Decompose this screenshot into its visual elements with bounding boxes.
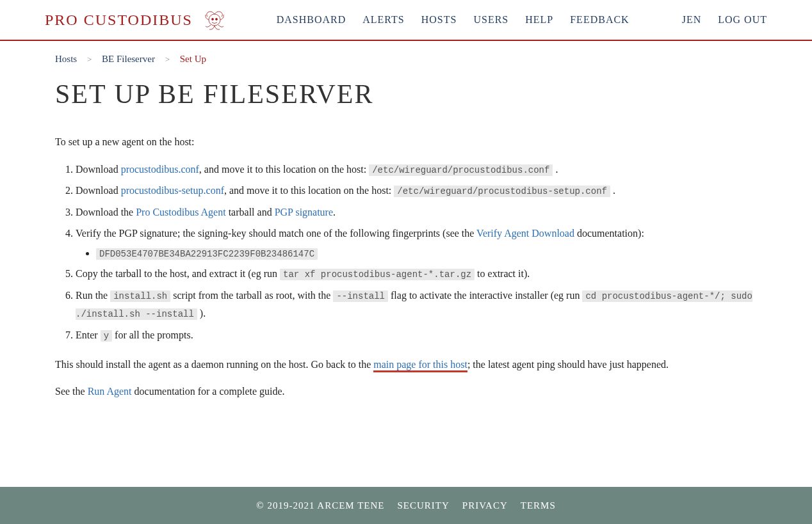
code-y: y bbox=[101, 330, 112, 342]
link-agent[interactable]: Pro Custodibus Agent bbox=[136, 207, 225, 218]
nav-feedback[interactable]: FEEDBACK bbox=[570, 14, 629, 26]
logo-text: PRO CUSTODIBUS bbox=[45, 12, 193, 29]
link-run-agent[interactable]: Run Agent bbox=[88, 386, 132, 397]
breadcrumb-hosts[interactable]: Hosts bbox=[55, 54, 77, 64]
nav-hosts[interactable]: HOSTS bbox=[421, 14, 457, 26]
nav-alerts[interactable]: ALERTS bbox=[362, 14, 404, 26]
link-main-page[interactable]: main page for this host bbox=[373, 359, 467, 372]
svg-point-2 bbox=[215, 19, 217, 20]
link-verify[interactable]: Verify Agent Download bbox=[476, 228, 574, 239]
chevron-right-icon: > bbox=[87, 54, 92, 64]
chevron-right-icon: > bbox=[165, 54, 170, 64]
code-script: install.sh bbox=[110, 290, 170, 302]
step-7: Enter y for all the prompts. bbox=[76, 326, 757, 344]
nav-user[interactable]: JEN bbox=[682, 14, 702, 26]
svg-point-1 bbox=[211, 19, 213, 20]
code-flag: --install bbox=[333, 290, 388, 302]
code-path: /etc/wireguard/procustodibus-setup.conf bbox=[394, 186, 610, 197]
code-fingerprint: DFD053E4707BE34BA22913FC2239F0B23486147C bbox=[96, 248, 318, 260]
breadcrumb-current: Set Up bbox=[180, 54, 206, 64]
step-3: Download the Pro Custodibus Agent tarbal… bbox=[76, 203, 757, 221]
header: PRO CUSTODIBUS DASHBOARD ALERTS HOSTS US… bbox=[0, 0, 812, 41]
page-title: SET UP BE FILESERVER bbox=[55, 79, 757, 109]
step-6: Run the install.sh script from the tarba… bbox=[76, 287, 757, 322]
intro-text: To set up a new agent on the host: bbox=[55, 134, 757, 150]
nav-help[interactable]: HELP bbox=[525, 14, 553, 26]
step-1: Download procustodibus.conf, and move it… bbox=[76, 161, 757, 179]
outro-2: See the Run Agent documentation for a co… bbox=[55, 383, 757, 400]
svg-point-0 bbox=[209, 14, 220, 26]
link-conf[interactable]: procustodibus.conf bbox=[121, 164, 199, 175]
breadcrumb-host[interactable]: BE Fileserver bbox=[102, 54, 155, 64]
nav-logout[interactable]: LOG OUT bbox=[718, 14, 767, 26]
main-nav: DASHBOARD ALERTS HOSTS USERS HELP FEEDBA… bbox=[277, 14, 767, 26]
outro-1: This should install the agent as a daemo… bbox=[55, 356, 757, 373]
step-2: Download procustodibus-setup.conf, and m… bbox=[76, 182, 757, 200]
step-4: Verify the PGP signature; the signing-ke… bbox=[76, 225, 757, 261]
medusa-icon bbox=[202, 7, 227, 33]
code-path: /etc/wireguard/procustodibus.conf bbox=[369, 164, 553, 176]
breadcrumb: Hosts > BE Fileserver > Set Up bbox=[55, 41, 757, 67]
nav-users[interactable]: USERS bbox=[473, 14, 508, 26]
link-pgp[interactable]: PGP signature bbox=[275, 207, 333, 218]
code-tar: tar xf procustodibus-agent-*.tar.gz bbox=[280, 269, 475, 280]
link-setup-conf[interactable]: procustodibus-setup.conf bbox=[121, 185, 224, 196]
logo[interactable]: PRO CUSTODIBUS bbox=[45, 7, 227, 33]
setup-steps: Download procustodibus.conf, and move it… bbox=[67, 161, 757, 344]
step-5: Copy the tarball to the host, and extrac… bbox=[76, 265, 757, 283]
fingerprint-item: DFD053E4707BE34BA22913FC2239F0B23486147C bbox=[96, 245, 757, 262]
nav-dashboard[interactable]: DASHBOARD bbox=[277, 14, 346, 26]
content: To set up a new agent on the host: Downl… bbox=[55, 134, 757, 400]
